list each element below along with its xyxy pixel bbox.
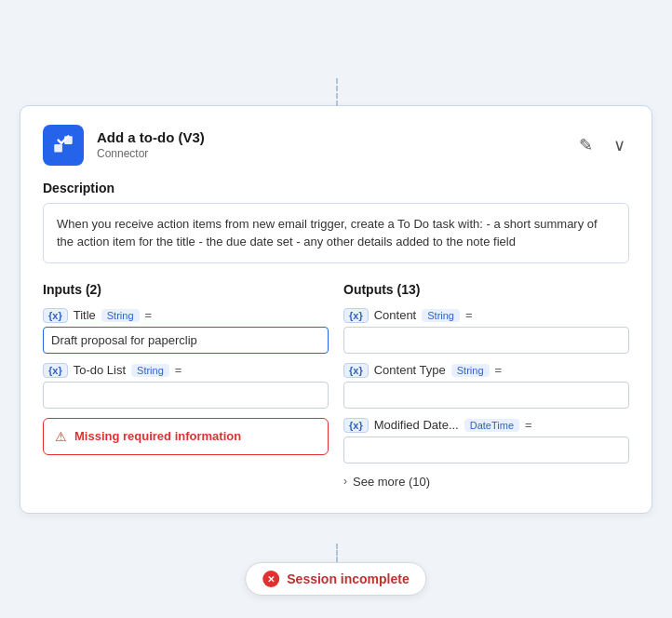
input-field-todolist: {x} To-do List String = (43, 363, 329, 409)
output-content-type-label-row: {x} Content Type String = (343, 363, 629, 378)
inputs-title: Inputs (2) (43, 282, 329, 297)
output-content-type-field[interactable] (343, 382, 629, 409)
input-title-type: String (101, 309, 140, 322)
output-field-modified-date: {x} Modified Date... DateTime = (343, 418, 629, 464)
output-modified-date-name: Modified Date... (374, 418, 459, 432)
see-more-button[interactable]: › See more (10) (343, 473, 430, 490)
session-incomplete-text: Session incomplete (287, 571, 409, 586)
input-field-title: {x} Title String = (43, 308, 329, 354)
output-modified-date-type: DateTime (464, 419, 519, 432)
warning-icon: ⚠ (55, 429, 67, 444)
outputs-column: Outputs (13) {x} Content String = {x} (343, 282, 629, 490)
input-title-equals: = (145, 308, 153, 322)
outputs-title: Outputs (13) (343, 282, 629, 297)
input-todolist-name: To-do List (74, 363, 126, 377)
error-message: Missing required information (74, 428, 241, 445)
action-card: Add a to-do (V3) Connector ✎ ∨ Descripti… (20, 105, 652, 514)
app-icon (43, 125, 84, 166)
edit-button[interactable]: ✎ (575, 133, 597, 157)
input-title-var-badge: {x} (43, 308, 68, 323)
svg-rect-0 (54, 143, 62, 152)
chevron-right-icon: › (343, 475, 347, 488)
input-title-label-row: {x} Title String = (43, 308, 329, 323)
description-text: When you receive action items from new e… (43, 203, 629, 263)
session-error-icon (262, 571, 279, 587)
output-content-label-row: {x} Content String = (343, 308, 629, 323)
chevron-down-icon: ∨ (613, 136, 625, 154)
output-content-equals: = (465, 308, 473, 322)
output-content-type-equals: = (495, 363, 503, 377)
card-header: Add a to-do (V3) Connector ✎ ∨ (43, 125, 629, 166)
output-modified-date-label-row: {x} Modified Date... DateTime = (343, 418, 629, 433)
input-todolist-equals: = (175, 363, 182, 377)
header-text: Add a to-do (V3) Connector (97, 129, 205, 160)
output-modified-date-equals: = (525, 418, 532, 432)
input-title-field[interactable] (43, 327, 329, 354)
output-field-content-type: {x} Content Type String = (343, 363, 629, 409)
session-incomplete-pill: Session incomplete (245, 562, 426, 596)
edit-icon: ✎ (579, 136, 593, 154)
input-title-name: Title (74, 308, 96, 322)
header-left: Add a to-do (V3) Connector (43, 125, 205, 166)
output-content-type-var-badge: {x} (343, 363, 369, 378)
output-content-field[interactable] (343, 327, 629, 354)
io-grid: Inputs (2) {x} Title String = {x} To- (43, 282, 629, 490)
connector-line-bottom (336, 544, 338, 562)
card-subtitle: Connector (97, 147, 205, 160)
output-content-name: Content (374, 308, 417, 322)
output-content-type: String (422, 309, 460, 322)
output-modified-date-field[interactable] (343, 437, 629, 464)
output-content-var-badge: {x} (343, 308, 369, 323)
see-more-label: See more (10) (353, 475, 430, 489)
inputs-column: Inputs (2) {x} Title String = {x} To- (43, 282, 329, 490)
input-todolist-field[interactable] (43, 382, 329, 409)
page-wrapper: Add a to-do (V3) Connector ✎ ∨ Descripti… (0, 0, 672, 618)
card-title: Add a to-do (V3) (97, 129, 205, 145)
output-modified-date-var-badge: {x} (343, 418, 369, 433)
collapse-button[interactable]: ∨ (610, 133, 629, 157)
missing-info-error: ⚠ Missing required information (43, 418, 329, 455)
output-content-type-name: Content Type (374, 363, 446, 377)
input-todolist-var-badge: {x} (43, 363, 68, 378)
description-label: Description (43, 181, 629, 195)
input-todolist-label-row: {x} To-do List String = (43, 363, 329, 378)
input-todolist-type: String (131, 364, 169, 377)
output-field-content: {x} Content String = (343, 308, 629, 354)
output-content-type-type: String (451, 364, 490, 377)
header-actions: ✎ ∨ (575, 133, 629, 157)
